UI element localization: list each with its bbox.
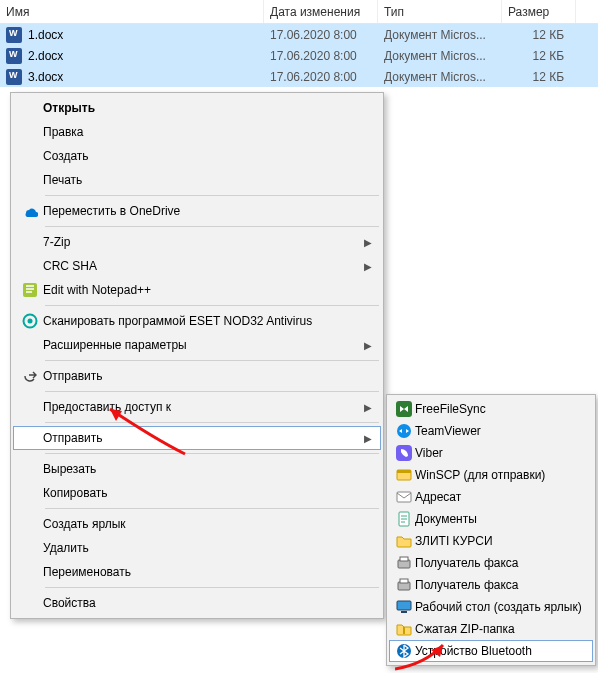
context-menu-item[interactable]: Вырезать [13,457,381,481]
submenu-arrow-icon: ▶ [359,340,377,351]
context-menu: ОткрытьПравкаСоздатьПечатьПереместить в … [10,92,384,619]
menu-item-label: Открыть [43,101,359,115]
context-menu-item[interactable]: 7-Zip▶ [13,230,381,254]
sendto-item[interactable]: Устройство Bluetooth [389,640,593,662]
ffs-icon [393,401,415,417]
sendto-item-label: Адресат [415,490,589,504]
sendto-item-label: Viber [415,446,589,460]
menu-separator [45,508,379,509]
sendto-item[interactable]: Viber [389,442,593,464]
column-header-name[interactable]: Имя [0,0,264,23]
context-menu-item[interactable]: Копировать [13,481,381,505]
column-header-type[interactable]: Тип [378,0,502,23]
submenu-arrow-icon: ▶ [359,237,377,248]
menu-separator [45,360,379,361]
word-doc-icon [6,48,22,64]
context-menu-item[interactable]: Предоставить доступ к▶ [13,395,381,419]
winscp-icon [393,467,415,483]
docs-icon [393,511,415,527]
sendto-item-label: Получатель факса [415,578,589,592]
sendto-submenu: FreeFileSyncTeamViewerViberWinSCP (для о… [386,394,596,666]
file-list: 1.docx17.06.2020 8:00Документ Micros...1… [0,24,598,87]
context-menu-item[interactable]: Удалить [13,536,381,560]
svg-rect-15 [401,611,407,613]
context-menu-item[interactable]: Свойства [13,591,381,615]
sendto-item[interactable]: Документы [389,508,593,530]
sendto-item-label: WinSCP (для отправки) [415,468,589,482]
file-size: 12 КБ [502,70,576,84]
menu-item-label: Правка [43,125,359,139]
file-row[interactable]: 1.docx17.06.2020 8:00Документ Micros...1… [0,24,598,45]
sendto-item-label: Устройство Bluetooth [415,644,589,658]
file-type: Документ Micros... [378,49,502,63]
menu-item-label: Копировать [43,486,359,500]
menu-separator [45,195,379,196]
menu-item-label: CRC SHA [43,259,359,273]
menu-item-label: Сканировать программой ESET NOD32 Antivi… [43,314,359,328]
sendto-item-label: Получатель факса [415,556,589,570]
sendto-item-label: TeamViewer [415,424,589,438]
sendto-item[interactable]: Рабочий стол (создать ярлык) [389,596,593,618]
menu-item-label: 7-Zip [43,235,359,249]
menu-item-label: Удалить [43,541,359,555]
sendto-item[interactable]: WinSCP (для отправки) [389,464,593,486]
context-menu-item[interactable]: Edit with Notepad++ [13,278,381,302]
menu-item-label: Вырезать [43,462,359,476]
context-menu-item[interactable]: Открыть [13,96,381,120]
fax-icon [393,577,415,593]
file-type: Документ Micros... [378,28,502,42]
context-menu-item[interactable]: Переместить в OneDrive [13,199,381,223]
file-date: 17.06.2020 8:00 [264,49,378,63]
file-row[interactable]: 3.docx17.06.2020 8:00Документ Micros...1… [0,66,598,87]
svg-rect-14 [397,601,411,610]
file-size: 12 КБ [502,49,576,63]
sendto-item[interactable]: Адресат [389,486,593,508]
sendto-item[interactable]: Сжатая ZIP-папка [389,618,593,640]
menu-item-label: Создать [43,149,359,163]
file-date: 17.06.2020 8:00 [264,70,378,84]
menu-separator [45,305,379,306]
share-icon [17,368,43,384]
menu-item-label: Печать [43,173,359,187]
context-menu-item[interactable]: Создать [13,144,381,168]
sendto-item-label: Сжатая ZIP-папка [415,622,589,636]
submenu-arrow-icon: ▶ [359,402,377,413]
desktop-icon [393,599,415,615]
menu-item-label: Создать ярлык [43,517,359,531]
column-header-date[interactable]: Дата изменения [264,0,378,23]
sendto-item[interactable]: ЗЛИТІ КУРСИ [389,530,593,552]
sendto-item-label: Документы [415,512,589,526]
submenu-arrow-icon: ▶ [359,433,377,444]
menu-separator [45,422,379,423]
menu-separator [45,226,379,227]
context-menu-item[interactable]: Сканировать программой ESET NOD32 Antivi… [13,309,381,333]
sendto-item[interactable]: TeamViewer [389,420,593,442]
file-date: 17.06.2020 8:00 [264,28,378,42]
teamviewer-icon [393,423,415,439]
sendto-item-label: ЗЛИТІ КУРСИ [415,534,589,548]
sendto-item[interactable]: Получатель факса [389,574,593,596]
context-menu-item[interactable]: Печать [13,168,381,192]
sendto-item[interactable]: FreeFileSync [389,398,593,420]
column-header-size[interactable]: Размер [502,0,576,23]
menu-item-label: Переместить в OneDrive [43,204,359,218]
viber-icon [393,445,415,461]
sendto-item[interactable]: Получатель факса [389,552,593,574]
context-menu-item[interactable]: Отправить [13,364,381,388]
context-menu-item[interactable]: Правка [13,120,381,144]
zip-icon [393,621,415,637]
file-size: 12 КБ [502,28,576,42]
context-menu-item[interactable]: Переименовать [13,560,381,584]
notepadpp-icon [17,282,43,298]
context-menu-item[interactable]: CRC SHA▶ [13,254,381,278]
sendto-item-label: FreeFileSync [415,402,589,416]
context-menu-item[interactable]: Отправить▶ [13,426,381,450]
menu-item-label: Edit with Notepad++ [43,283,359,297]
mail-icon [393,489,415,505]
context-menu-item[interactable]: Расширенные параметры▶ [13,333,381,357]
menu-item-label: Предоставить доступ к [43,400,359,414]
context-menu-item[interactable]: Создать ярлык [13,512,381,536]
svg-rect-13 [400,579,408,583]
file-row[interactable]: 2.docx17.06.2020 8:00Документ Micros...1… [0,45,598,66]
menu-item-label: Отправить [43,431,359,445]
